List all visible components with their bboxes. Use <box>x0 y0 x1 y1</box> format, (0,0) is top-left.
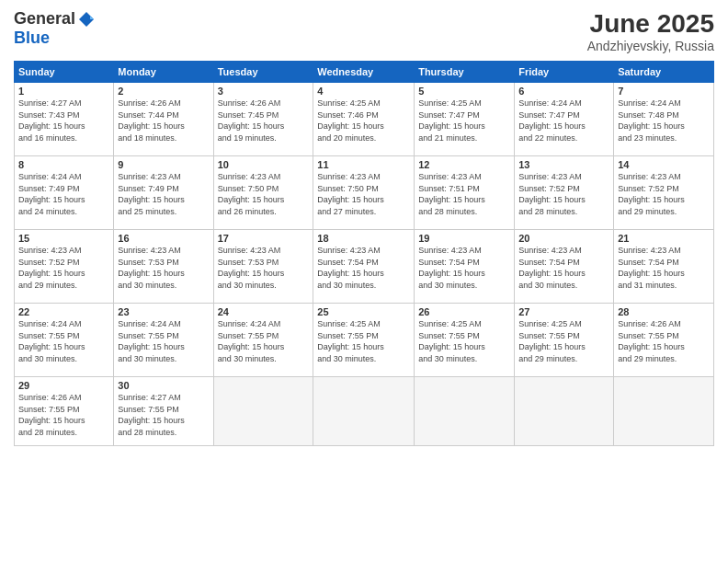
table-row: 3Sunrise: 4:26 AM Sunset: 7:45 PM Daylig… <box>213 83 313 156</box>
day-info: Sunrise: 4:24 AM Sunset: 7:55 PM Dayligh… <box>118 318 209 364</box>
header: General Blue June 2025 Andzhiyevskiy, Ru… <box>14 9 714 53</box>
table-row <box>313 377 415 446</box>
day-info: Sunrise: 4:23 AM Sunset: 7:54 PM Dayligh… <box>518 245 609 291</box>
day-number: 7 <box>618 86 710 97</box>
day-info: Sunrise: 4:23 AM Sunset: 7:53 PM Dayligh… <box>118 245 209 291</box>
table-row <box>614 377 714 446</box>
day-info: Sunrise: 4:23 AM Sunset: 7:50 PM Dayligh… <box>218 171 310 217</box>
day-number: 20 <box>518 233 609 244</box>
calendar-week-row: 29Sunrise: 4:26 AM Sunset: 7:55 PM Dayli… <box>15 377 714 446</box>
header-friday: Friday <box>515 62 614 83</box>
day-info: Sunrise: 4:23 AM Sunset: 7:53 PM Dayligh… <box>218 245 310 291</box>
header-sunday: Sunday <box>15 62 114 83</box>
day-info: Sunrise: 4:26 AM Sunset: 7:45 PM Dayligh… <box>218 98 310 144</box>
day-number: 1 <box>18 86 109 97</box>
day-number: 18 <box>317 233 410 244</box>
day-number: 19 <box>418 233 510 244</box>
table-row: 24Sunrise: 4:24 AM Sunset: 7:55 PM Dayli… <box>213 304 313 377</box>
day-info: Sunrise: 4:25 AM Sunset: 7:55 PM Dayligh… <box>317 318 410 364</box>
day-info: Sunrise: 4:26 AM Sunset: 7:44 PM Dayligh… <box>118 98 209 144</box>
table-row: 26Sunrise: 4:25 AM Sunset: 7:55 PM Dayli… <box>415 304 515 377</box>
day-info: Sunrise: 4:23 AM Sunset: 7:54 PM Dayligh… <box>317 245 410 291</box>
table-row: 9Sunrise: 4:23 AM Sunset: 7:49 PM Daylig… <box>114 156 213 230</box>
calendar-week-row: 8Sunrise: 4:24 AM Sunset: 7:49 PM Daylig… <box>15 156 714 230</box>
table-row: 5Sunrise: 4:25 AM Sunset: 7:47 PM Daylig… <box>415 83 515 156</box>
logo-general-text: General <box>14 9 75 29</box>
table-row <box>415 377 515 446</box>
day-info: Sunrise: 4:23 AM Sunset: 7:54 PM Dayligh… <box>418 245 510 291</box>
day-number: 8 <box>18 159 109 170</box>
day-number: 28 <box>618 306 710 317</box>
logo-blue-text: Blue <box>14 29 50 48</box>
calendar-table: Sunday Monday Tuesday Wednesday Thursday… <box>14 61 714 446</box>
day-number: 3 <box>218 86 310 97</box>
table-row: 6Sunrise: 4:24 AM Sunset: 7:47 PM Daylig… <box>515 83 614 156</box>
day-info: Sunrise: 4:24 AM Sunset: 7:47 PM Dayligh… <box>518 98 609 144</box>
logo-icon <box>77 10 96 29</box>
table-row: 10Sunrise: 4:23 AM Sunset: 7:50 PM Dayli… <box>213 156 313 230</box>
table-row: 19Sunrise: 4:23 AM Sunset: 7:54 PM Dayli… <box>415 230 515 304</box>
table-row: 30Sunrise: 4:27 AM Sunset: 7:55 PM Dayli… <box>114 377 213 446</box>
day-number: 6 <box>518 86 609 97</box>
table-row: 1Sunrise: 4:27 AM Sunset: 7:43 PM Daylig… <box>15 83 114 156</box>
day-info: Sunrise: 4:25 AM Sunset: 7:55 PM Dayligh… <box>418 318 510 364</box>
header-wednesday: Wednesday <box>313 62 415 83</box>
day-number: 10 <box>218 159 310 170</box>
table-row: 17Sunrise: 4:23 AM Sunset: 7:53 PM Dayli… <box>213 230 313 304</box>
calendar-week-row: 1Sunrise: 4:27 AM Sunset: 7:43 PM Daylig… <box>15 83 714 156</box>
day-number: 4 <box>317 86 410 97</box>
day-info: Sunrise: 4:23 AM Sunset: 7:51 PM Dayligh… <box>418 171 510 217</box>
table-row: 7Sunrise: 4:24 AM Sunset: 7:48 PM Daylig… <box>614 83 714 156</box>
day-number: 30 <box>118 380 209 391</box>
table-row: 8Sunrise: 4:24 AM Sunset: 7:49 PM Daylig… <box>15 156 114 230</box>
day-number: 21 <box>618 233 710 244</box>
table-row <box>515 377 614 446</box>
table-row: 21Sunrise: 4:23 AM Sunset: 7:54 PM Dayli… <box>614 230 714 304</box>
table-row: 11Sunrise: 4:23 AM Sunset: 7:50 PM Dayli… <box>313 156 415 230</box>
day-info: Sunrise: 4:24 AM Sunset: 7:48 PM Dayligh… <box>618 98 710 144</box>
table-row: 25Sunrise: 4:25 AM Sunset: 7:55 PM Dayli… <box>313 304 415 377</box>
table-row: 13Sunrise: 4:23 AM Sunset: 7:52 PM Dayli… <box>515 156 614 230</box>
day-number: 25 <box>317 306 410 317</box>
table-row: 28Sunrise: 4:26 AM Sunset: 7:55 PM Dayli… <box>614 304 714 377</box>
day-info: Sunrise: 4:25 AM Sunset: 7:47 PM Dayligh… <box>418 98 510 144</box>
page: General Blue June 2025 Andzhiyevskiy, Ru… <box>0 0 728 563</box>
day-info: Sunrise: 4:23 AM Sunset: 7:49 PM Dayligh… <box>118 171 209 217</box>
day-info: Sunrise: 4:24 AM Sunset: 7:55 PM Dayligh… <box>218 318 310 364</box>
table-row: 16Sunrise: 4:23 AM Sunset: 7:53 PM Dayli… <box>114 230 213 304</box>
day-info: Sunrise: 4:23 AM Sunset: 7:52 PM Dayligh… <box>518 171 609 217</box>
day-number: 15 <box>18 233 109 244</box>
table-row: 23Sunrise: 4:24 AM Sunset: 7:55 PM Dayli… <box>114 304 213 377</box>
day-info: Sunrise: 4:23 AM Sunset: 7:52 PM Dayligh… <box>18 245 109 291</box>
day-info: Sunrise: 4:27 AM Sunset: 7:55 PM Dayligh… <box>118 392 209 438</box>
day-number: 9 <box>118 159 209 170</box>
day-info: Sunrise: 4:23 AM Sunset: 7:52 PM Dayligh… <box>618 171 710 217</box>
day-number: 14 <box>618 159 710 170</box>
day-number: 13 <box>518 159 609 170</box>
day-number: 2 <box>118 86 209 97</box>
day-number: 27 <box>518 306 609 317</box>
day-number: 29 <box>18 380 109 391</box>
day-number: 12 <box>418 159 510 170</box>
day-info: Sunrise: 4:26 AM Sunset: 7:55 PM Dayligh… <box>618 318 710 364</box>
table-row: 2Sunrise: 4:26 AM Sunset: 7:44 PM Daylig… <box>114 83 213 156</box>
table-row: 29Sunrise: 4:26 AM Sunset: 7:55 PM Dayli… <box>15 377 114 446</box>
day-number: 22 <box>18 306 109 317</box>
day-info: Sunrise: 4:25 AM Sunset: 7:55 PM Dayligh… <box>518 318 609 364</box>
table-row <box>213 377 313 446</box>
calendar-week-row: 22Sunrise: 4:24 AM Sunset: 7:55 PM Dayli… <box>15 304 714 377</box>
day-info: Sunrise: 4:23 AM Sunset: 7:54 PM Dayligh… <box>618 245 710 291</box>
day-number: 17 <box>218 233 310 244</box>
day-info: Sunrise: 4:27 AM Sunset: 7:43 PM Dayligh… <box>18 98 109 144</box>
day-number: 26 <box>418 306 510 317</box>
day-number: 23 <box>118 306 209 317</box>
day-number: 24 <box>218 306 310 317</box>
calendar-header-row: Sunday Monday Tuesday Wednesday Thursday… <box>15 62 714 83</box>
day-info: Sunrise: 4:26 AM Sunset: 7:55 PM Dayligh… <box>18 392 109 438</box>
header-tuesday: Tuesday <box>213 62 313 83</box>
day-info: Sunrise: 4:25 AM Sunset: 7:46 PM Dayligh… <box>317 98 410 144</box>
title-block: June 2025 Andzhiyevskiy, Russia <box>587 9 714 53</box>
location: Andzhiyevskiy, Russia <box>587 39 714 53</box>
header-saturday: Saturday <box>614 62 714 83</box>
day-info: Sunrise: 4:24 AM Sunset: 7:55 PM Dayligh… <box>18 318 109 364</box>
